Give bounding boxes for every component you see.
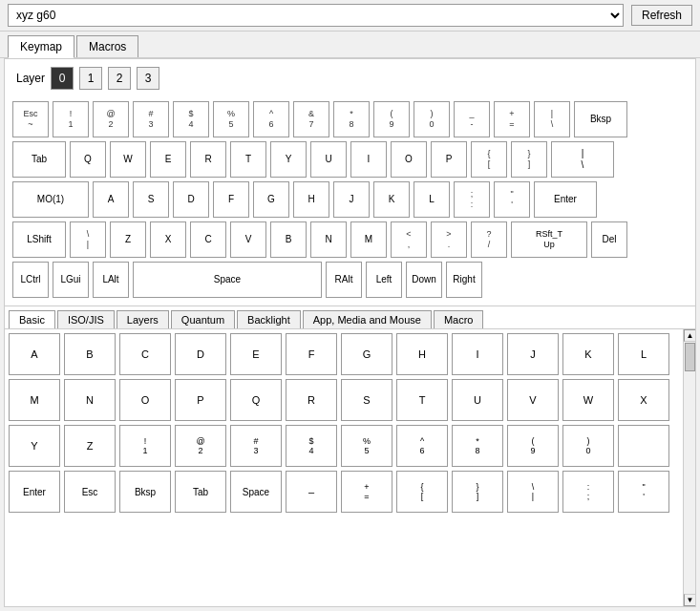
bottom-key-s[interactable]: S	[341, 379, 392, 421]
key-i[interactable]: I	[350, 141, 387, 178]
bottom-key-dash[interactable]: –	[286, 471, 337, 513]
bottom-tab-isojis[interactable]: ISO/JIS	[57, 310, 115, 328]
key-j[interactable]: J	[333, 181, 370, 218]
bottom-key-e[interactable]: E	[230, 333, 282, 375]
key-del[interactable]: Del	[591, 221, 627, 258]
bottom-key-rparen[interactable]: )0	[562, 425, 614, 467]
key-z[interactable]: Z	[110, 221, 146, 258]
key-9[interactable]: (9	[373, 101, 410, 137]
bottom-key-dquote[interactable]: "'	[618, 471, 669, 513]
key-5[interactable]: %5	[213, 101, 249, 137]
key-equal[interactable]: +=	[494, 101, 530, 137]
bottom-key-q[interactable]: Q	[230, 379, 282, 421]
bottom-key-t[interactable]: T	[396, 379, 448, 421]
bottom-key-d[interactable]: D	[175, 333, 226, 375]
layer-btn-2[interactable]: 2	[108, 67, 131, 90]
key-8[interactable]: *8	[333, 101, 370, 137]
bottom-key-plusequal[interactable]: +=	[341, 471, 392, 513]
layer-btn-1[interactable]: 1	[79, 67, 102, 90]
key-quote[interactable]: "'	[494, 181, 530, 218]
key-x[interactable]: X	[150, 221, 186, 258]
key-down[interactable]: Down	[406, 262, 442, 298]
key-lctrl[interactable]: LCtrl	[12, 262, 49, 298]
layer-btn-3[interactable]: 3	[137, 67, 159, 90]
bottom-tab-appmedia[interactable]: App, Media and Mouse	[303, 310, 432, 328]
key-p[interactable]: P	[431, 141, 467, 178]
key-q[interactable]: Q	[70, 141, 106, 178]
key-mo1[interactable]: MO(1)	[12, 181, 89, 218]
bottom-key-m[interactable]: M	[9, 379, 60, 421]
key-h[interactable]: H	[293, 181, 329, 218]
key-c[interactable]: C	[190, 221, 226, 258]
key-1[interactable]: !1	[53, 101, 89, 137]
key-f[interactable]: F	[213, 181, 249, 218]
bottom-key-r[interactable]: R	[286, 379, 337, 421]
bottom-key-at[interactable]: @2	[175, 425, 226, 467]
scrollbar[interactable]: ▲ ▼	[683, 329, 695, 606]
bottom-key-h[interactable]: H	[396, 333, 448, 375]
bottom-key-u[interactable]: U	[452, 379, 503, 421]
bottom-key-lparen[interactable]: (9	[507, 425, 559, 467]
device-select[interactable]: xyz g60	[8, 4, 624, 27]
bottom-key-lbrace[interactable]: {[	[396, 471, 448, 513]
scrollbar-thumb[interactable]	[685, 343, 695, 371]
key-esc[interactable]: Esc~	[12, 101, 49, 137]
key-period[interactable]: >.	[431, 221, 467, 258]
key-enter[interactable]: Enter	[534, 181, 597, 218]
key-6[interactable]: ^6	[253, 101, 289, 137]
bottom-tab-quantum[interactable]: Quantum	[171, 310, 235, 328]
key-7[interactable]: &7	[293, 101, 329, 137]
bottom-key-b[interactable]: B	[64, 333, 116, 375]
key-backslash2[interactable]: \|	[70, 221, 106, 258]
bottom-key-esc[interactable]: Esc	[64, 471, 116, 513]
key-right[interactable]: Right	[446, 262, 482, 298]
key-w[interactable]: W	[110, 141, 146, 178]
bottom-key-caret[interactable]: ^6	[396, 425, 448, 467]
bottom-key-g[interactable]: G	[341, 333, 392, 375]
bottom-key-hash[interactable]: #3	[230, 425, 282, 467]
key-d[interactable]: D	[173, 181, 209, 218]
key-left[interactable]: Left	[366, 262, 402, 298]
scrollbar-down-arrow[interactable]: ▼	[684, 594, 695, 606]
bottom-tab-basic[interactable]: Basic	[9, 310, 55, 328]
bottom-key-asterisk[interactable]: *8	[452, 425, 503, 467]
key-pipe[interactable]: |\	[551, 141, 614, 178]
bottom-key-v[interactable]: V	[507, 379, 559, 421]
key-2[interactable]: @2	[93, 101, 129, 137]
key-u[interactable]: U	[310, 141, 347, 178]
bottom-key-k[interactable]: K	[562, 333, 614, 375]
key-3[interactable]: #3	[133, 101, 169, 137]
bottom-key-w[interactable]: W	[562, 379, 614, 421]
key-e[interactable]: E	[150, 141, 186, 178]
key-k[interactable]: K	[373, 181, 410, 218]
key-v[interactable]: V	[230, 221, 266, 258]
key-l[interactable]: L	[414, 181, 450, 218]
key-lshift[interactable]: LShift	[12, 221, 66, 258]
key-rbracket[interactable]: }]	[511, 141, 547, 178]
key-ralt[interactable]: RAlt	[326, 262, 362, 298]
refresh-button[interactable]: Refresh	[631, 5, 692, 26]
key-backslash1[interactable]: |\	[534, 101, 570, 137]
bottom-key-x[interactable]: X	[618, 379, 669, 421]
bottom-key-c[interactable]: C	[119, 333, 171, 375]
key-space[interactable]: Space	[133, 262, 322, 298]
bottom-key-enter[interactable]: Enter	[9, 471, 60, 513]
key-slash[interactable]: ?/	[471, 221, 507, 258]
bottom-key-tab[interactable]: Tab	[175, 471, 226, 513]
bottom-key-f[interactable]: F	[286, 333, 337, 375]
key-a[interactable]: A	[93, 181, 129, 218]
key-0[interactable]: )0	[414, 101, 450, 137]
bottom-key-bksp[interactable]: Bksp	[119, 471, 171, 513]
bottom-tab-macro[interactable]: Macro	[434, 310, 484, 328]
tab-macros[interactable]: Macros	[76, 35, 138, 57]
bottom-key-l[interactable]: L	[618, 333, 669, 375]
bottom-key-colon[interactable]: :;	[562, 471, 614, 513]
bottom-key-excl[interactable]: !1	[119, 425, 171, 467]
bottom-tab-backlight[interactable]: Backlight	[237, 310, 301, 328]
bottom-key-i[interactable]: I	[452, 333, 503, 375]
key-r[interactable]: R	[190, 141, 226, 178]
bottom-key-z[interactable]: Z	[64, 425, 116, 467]
key-lgui[interactable]: LGui	[53, 262, 89, 298]
bottom-key-y[interactable]: Y	[9, 425, 60, 467]
key-m[interactable]: M	[350, 221, 387, 258]
